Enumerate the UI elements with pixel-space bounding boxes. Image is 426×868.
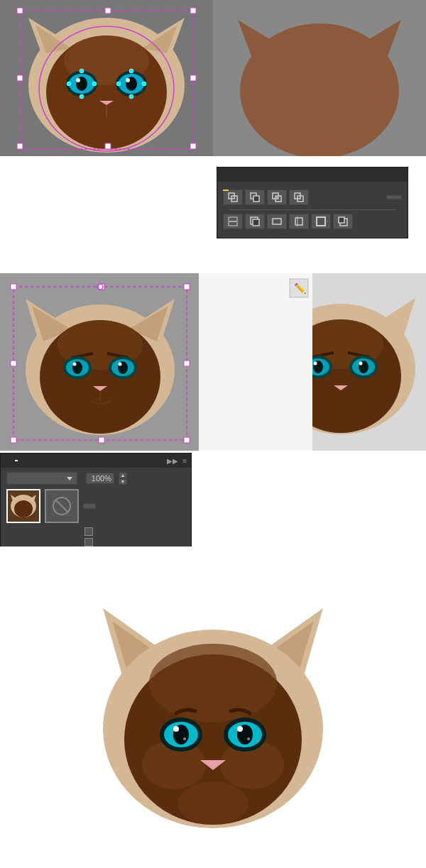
svg-point-123 [149, 644, 277, 722]
top-row [0, 0, 426, 156]
svg-point-23 [116, 82, 121, 86]
pathfinder-buttons [223, 214, 402, 229]
svg-rect-87 [184, 437, 190, 443]
svg-rect-31 [190, 143, 196, 149]
unite-button[interactable] [223, 189, 243, 205]
merge-button[interactable] [267, 214, 287, 229]
intersect-button[interactable] [267, 189, 287, 205]
svg-rect-86 [99, 437, 104, 443]
svg-point-100 [314, 362, 317, 366]
svg-point-22 [129, 94, 133, 99]
minus-back-button[interactable] [333, 214, 353, 229]
make-mask-button[interactable] [83, 503, 96, 509]
svg-rect-52 [253, 219, 259, 226]
panel-divider [229, 209, 396, 210]
svg-point-76 [119, 363, 122, 366]
pathfinder-shape-modes [217, 182, 408, 238]
svg-rect-34 [105, 143, 111, 149]
middle-row: ✏️ [0, 273, 426, 451]
svg-point-15 [67, 82, 71, 86]
minus-front-button[interactable] [245, 189, 265, 205]
opacity-down[interactable]: ▼ [119, 478, 127, 485]
svg-line-116 [55, 500, 68, 512]
svg-rect-46 [275, 196, 278, 199]
exclude-button[interactable] [289, 189, 309, 205]
opacity-up[interactable]: ▲ [119, 472, 127, 478]
svg-rect-43 [253, 196, 259, 202]
divide-button[interactable] [223, 214, 243, 229]
svg-point-114 [14, 500, 33, 517]
svg-point-21 [142, 82, 146, 86]
bottom-section [0, 546, 426, 868]
svg-point-134 [237, 726, 243, 732]
panel-options-icon[interactable]: ≡ [182, 457, 187, 465]
cat-final-svg [71, 559, 355, 857]
svg-point-13 [92, 82, 97, 86]
svg-point-11 [76, 78, 80, 82]
svg-rect-33 [190, 75, 196, 81]
collapse-icon[interactable]: ▶▶ [167, 457, 178, 465]
svg-rect-58 [339, 217, 344, 223]
transparency-tab[interactable] [15, 460, 18, 461]
mask-row [6, 489, 185, 523]
svg-point-19 [126, 78, 130, 82]
svg-rect-56 [317, 217, 325, 226]
clip-checkbox[interactable] [84, 527, 93, 536]
svg-rect-82 [184, 284, 190, 290]
object-thumbnail [6, 489, 40, 523]
opacity-input[interactable] [86, 473, 114, 484]
svg-point-39 [240, 23, 399, 156]
svg-rect-29 [190, 8, 196, 13]
svg-marker-109 [67, 477, 72, 480]
panel-titlebar [217, 167, 408, 182]
svg-text:✏️: ✏️ [294, 282, 307, 295]
transparency-panel: ▶▶ ≡ ▲ ▼ [0, 453, 192, 551]
canvas-mid-left[interactable] [0, 273, 199, 451]
shape-mode-buttons [223, 189, 402, 205]
svg-point-104 [359, 362, 363, 366]
cat-mid-left-svg [1, 274, 199, 451]
svg-rect-30 [17, 143, 23, 149]
invert-mask-row [84, 538, 185, 546]
svg-point-12 [80, 69, 84, 73]
crop-button[interactable] [289, 214, 309, 229]
canvas-mid-right: ✏️ [199, 273, 426, 451]
svg-rect-80 [11, 284, 16, 290]
canvas-left[interactable] [0, 0, 213, 156]
mask-options [84, 527, 185, 546]
svg-point-20 [129, 69, 133, 73]
outline-button[interactable] [311, 214, 331, 229]
mask-thumbnail [45, 489, 79, 523]
blend-mode-row: ▲ ▼ [6, 472, 185, 485]
unite-tooltip [223, 189, 229, 191]
svg-rect-28 [105, 8, 111, 13]
canvas-right [213, 0, 426, 156]
blend-mode-select[interactable] [6, 472, 77, 485]
svg-rect-106 [199, 273, 312, 451]
cat-united-svg [213, 0, 426, 156]
opacity-stepper: ▲ ▼ [119, 472, 127, 485]
expand-button[interactable] [386, 195, 402, 199]
svg-rect-54 [295, 218, 302, 225]
svg-point-130 [183, 737, 186, 740]
transparency-body: ▲ ▼ [1, 468, 191, 551]
svg-rect-83 [11, 361, 16, 366]
svg-point-129 [173, 726, 179, 732]
svg-rect-27 [17, 8, 23, 13]
svg-point-138 [178, 782, 248, 825]
svg-point-72 [73, 363, 77, 366]
pathfinder-panel [217, 167, 408, 238]
invert-mask-checkbox[interactable] [84, 538, 93, 546]
svg-rect-53 [273, 219, 281, 224]
cat-selected-svg [0, 0, 213, 156]
svg-rect-32 [17, 75, 23, 81]
clip-row [84, 527, 185, 536]
transparency-titlebar: ▶▶ ≡ [1, 454, 191, 468]
svg-point-14 [80, 94, 84, 99]
svg-rect-85 [11, 437, 16, 443]
trim-button[interactable] [245, 214, 265, 229]
svg-rect-84 [184, 361, 190, 366]
cat-mid-right-svg: ✏️ [199, 273, 426, 451]
svg-point-135 [247, 737, 250, 740]
